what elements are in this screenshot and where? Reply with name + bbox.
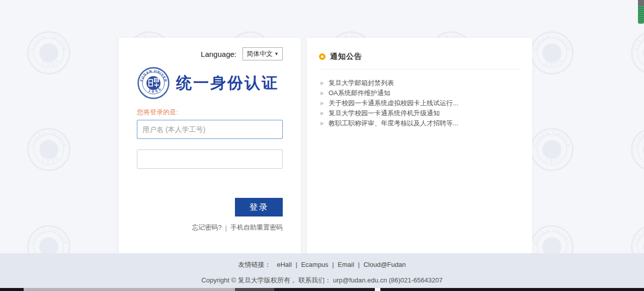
- divider: [319, 69, 520, 69]
- notice-item-label: 教职工职称评审、年度考核以及人才招聘等...: [329, 119, 458, 128]
- friend-links-row: 友情链接： eHall | Ecampus | Email | Cloud@Fu…: [0, 260, 644, 269]
- notice-item-label: 关于校园一卡通系统虚拟校园卡上线试运行...: [329, 99, 458, 108]
- brand-row: FUDAN UNIVERSITY 1905 统一身份认证: [137, 66, 283, 100]
- button-row: 登录: [137, 198, 283, 216]
- helper-links-row: 忘记密码? | 手机自助重置密码: [137, 223, 283, 232]
- login-card: Language: 简体中文 ▼ FUDAN UNIVERSITY 1905 统…: [119, 38, 301, 254]
- language-row: Language: 简体中文 ▼: [137, 47, 283, 60]
- page-title: 统一身份认证: [176, 72, 279, 94]
- link-separator: |: [225, 224, 227, 232]
- taskbar-strip: [0, 288, 644, 291]
- footer-link-cloud[interactable]: Cloud@Fudan: [363, 261, 406, 268]
- reset-password-link[interactable]: 手机自助重置密码: [230, 223, 283, 232]
- notice-item[interactable]: ▶ 复旦大学邮箱封禁列表: [319, 78, 520, 88]
- footer-link-ehall[interactable]: eHall: [277, 261, 292, 268]
- notice-item-label: 复旦大学校园一卡通系统停机升级通知: [329, 109, 440, 118]
- login-button[interactable]: 登录: [235, 198, 283, 216]
- forgot-password-link[interactable]: 忘记密码?: [192, 223, 221, 232]
- link-separator: |: [332, 261, 334, 268]
- notice-panel: 通知公告 ▶ 复旦大学邮箱封禁列表 ▶ OA系统邮件维护通知 ▶ 关于校园一卡通…: [307, 38, 532, 254]
- scrollbar-thumb[interactable]: [638, 6, 644, 24]
- triangle-right-icon: ▶: [320, 121, 324, 126]
- triangle-right-icon: ▶: [320, 81, 324, 86]
- notice-item-label: 复旦大学邮箱封禁列表: [329, 79, 394, 88]
- scrollbar-top-cap: [638, 0, 644, 6]
- notice-title: 通知公告: [330, 52, 362, 61]
- footer: 友情链接： eHall | Ecampus | Email | Cloud@Fu…: [0, 253, 644, 288]
- friend-links-label: 友情链接：: [238, 261, 271, 268]
- copyright-text: Copyright © 复旦大学版权所有， 联系我们： urp@fudan.ed…: [0, 276, 644, 285]
- triangle-right-icon: ▶: [320, 111, 324, 116]
- login-target-hint: 您将登录的是:: [137, 108, 283, 117]
- language-select[interactable]: 简体中文 ▼: [243, 47, 283, 60]
- footer-link-ecampus[interactable]: Ecampus: [301, 261, 328, 268]
- language-label: Language:: [201, 50, 236, 58]
- scrollbar-track: [638, 0, 644, 291]
- password-input[interactable]: [137, 150, 283, 169]
- triangle-right-icon: ▶: [320, 91, 324, 96]
- chevron-down-icon: ▼: [274, 51, 279, 56]
- notice-item[interactable]: ▶ OA系统邮件维护通知: [319, 88, 520, 98]
- link-separator: |: [358, 261, 359, 268]
- language-selected-value: 简体中文: [247, 49, 273, 58]
- username-input[interactable]: [137, 120, 283, 139]
- triangle-right-icon: ▶: [320, 101, 324, 106]
- notice-item[interactable]: ▶ 关于校园一卡通系统虚拟校园卡上线试运行...: [319, 98, 520, 108]
- notice-item[interactable]: ▶ 教职工职称评审、年度考核以及人才招聘等...: [319, 118, 520, 128]
- footer-link-email[interactable]: Email: [338, 261, 354, 268]
- notice-item-label: OA系统邮件维护通知: [329, 89, 390, 98]
- notice-header: 通知公告: [319, 52, 520, 61]
- notice-item[interactable]: ▶ 复旦大学校园一卡通系统停机升级通知: [319, 108, 520, 118]
- link-separator: |: [295, 261, 297, 268]
- notice-list: ▶ 复旦大学邮箱封禁列表 ▶ OA系统邮件维护通知 ▶ 关于校园一卡通系统虚拟校…: [319, 78, 520, 128]
- fudan-university-logo-icon: FUDAN UNIVERSITY 1905: [137, 66, 170, 100]
- notice-bullet-icon: [319, 53, 326, 60]
